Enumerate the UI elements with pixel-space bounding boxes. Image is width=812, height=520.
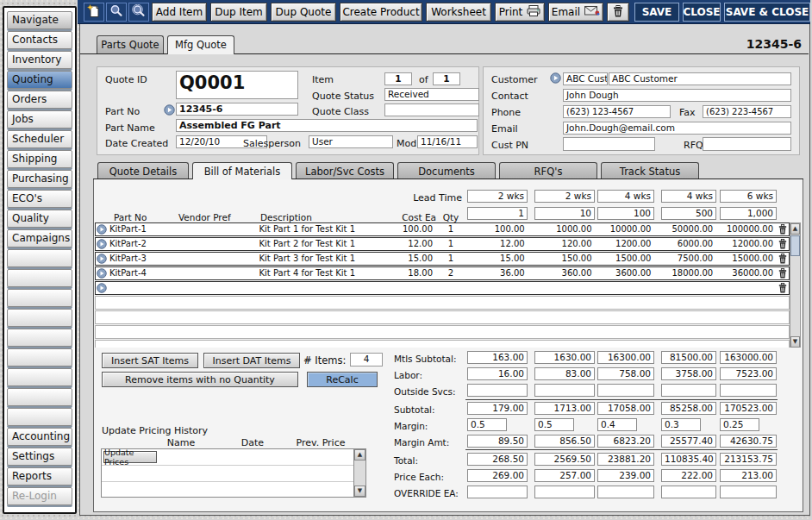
- item-count-field[interactable]: 1: [433, 72, 460, 85]
- email-address-field[interactable]: John.Dough@email.com: [563, 122, 791, 135]
- dup-quote-button[interactable]: Dup Quote: [271, 3, 336, 22]
- sidebar-item-shipping[interactable]: Shipping: [7, 150, 72, 168]
- table-row[interactable]: KitPart-3 Kit Part 3 for Test Kit 1 15.0…: [95, 252, 790, 266]
- scrollbar-thumb[interactable]: [790, 235, 800, 256]
- margin-field[interactable]: 0.5: [467, 418, 507, 431]
- sidebar-item-accounting[interactable]: Accounting: [7, 428, 72, 446]
- print-button[interactable]: Print: [495, 3, 545, 22]
- cell-description[interactable]: Kit Part 4 for Test Kit 1: [259, 267, 389, 279]
- cell-price-3[interactable]: 1200.00: [595, 238, 654, 250]
- cell-qty[interactable]: 1: [438, 253, 464, 265]
- lead-time-field-3[interactable]: 4 wks: [597, 190, 654, 203]
- cell-price-1[interactable]: 15.00: [464, 253, 528, 265]
- margin-field[interactable]: 0.4: [597, 418, 637, 431]
- override-ea-field[interactable]: [661, 486, 716, 498]
- lead-time-field-4[interactable]: 4 wks: [661, 190, 716, 203]
- cell-part-no[interactable]: KitPart-3: [108, 253, 180, 265]
- email-button[interactable]: Email: [548, 3, 603, 22]
- cell-cost-ea[interactable]: 18.00: [388, 267, 438, 279]
- delete-record-button[interactable]: [607, 3, 629, 22]
- cell-cost-ea[interactable]: 12.00: [388, 238, 438, 250]
- part-name-field[interactable]: Assembled FG Part: [176, 119, 478, 132]
- recalc-button[interactable]: ReCalc: [307, 372, 378, 387]
- part-no-field[interactable]: 12345-6: [176, 103, 298, 116]
- tab-track-status[interactable]: Track Status: [601, 162, 699, 179]
- quote-class-field[interactable]: [384, 103, 479, 116]
- cell-part-no[interactable]: KitPart-4: [108, 267, 180, 279]
- override-ea-field[interactable]: [597, 486, 654, 498]
- cell-qty[interactable]: 1: [438, 238, 464, 250]
- save-and-close-button[interactable]: SAVE & CLOSE: [724, 3, 810, 22]
- tab-bill-of-materials[interactable]: Bill of Materials: [192, 162, 292, 179]
- qty-break-field-4[interactable]: 500: [661, 207, 716, 220]
- tab-documents[interactable]: Documents: [397, 162, 496, 179]
- cell-description[interactable]: Kit Part 3 for Test Kit 1: [259, 253, 389, 265]
- sidebar-item-purchasing[interactable]: Purchasing: [7, 170, 72, 188]
- cell-price-3[interactable]: 1500.00: [595, 253, 654, 265]
- update-prices-button[interactable]: Update Prices: [103, 451, 157, 463]
- find-all-button[interactable]: [128, 3, 149, 22]
- customer-name-field[interactable]: ABC Customer: [609, 72, 791, 85]
- phone-field[interactable]: (623) 123-4567: [563, 105, 671, 118]
- cell-price-2[interactable]: 120.00: [528, 238, 595, 250]
- cell-cost-ea[interactable]: 15.00: [388, 253, 438, 265]
- cell-price-5[interactable]: 36000.00: [715, 267, 776, 279]
- scroll-down-icon[interactable]: ▼: [354, 486, 365, 497]
- create-product-button[interactable]: Create Product: [340, 3, 422, 22]
- scroll-up-icon[interactable]: ▲: [354, 449, 365, 460]
- override-ea-field[interactable]: [720, 486, 777, 498]
- tab-labor-svc-costs[interactable]: Labor/Svc Costs: [296, 162, 394, 179]
- tab-rfqs[interactable]: RFQ's: [499, 162, 597, 179]
- rfq-field[interactable]: [703, 137, 791, 151]
- save-button[interactable]: SAVE: [634, 3, 679, 22]
- find-button[interactable]: [106, 3, 127, 22]
- worksheet-button[interactable]: Worksheet: [426, 3, 491, 22]
- row-detail-arrow-icon[interactable]: [96, 239, 108, 249]
- num-items-field[interactable]: 4: [350, 353, 383, 367]
- sidebar-item-contacts[interactable]: Contacts: [7, 31, 72, 49]
- sidebar-item-relogin[interactable]: Re-Login: [7, 487, 72, 505]
- margin-field[interactable]: 0.3: [661, 418, 701, 431]
- close-button[interactable]: CLOSE: [683, 3, 721, 22]
- part-detail-arrow-icon[interactable]: [164, 104, 175, 118]
- history-row[interactable]: Update Prices: [102, 449, 365, 466]
- qty-break-field-3[interactable]: 100: [597, 207, 654, 220]
- tab-mfg-quote[interactable]: Mfg Quote: [167, 35, 234, 54]
- override-ea-field[interactable]: [467, 486, 528, 498]
- lead-time-field-2[interactable]: 2 wks: [534, 190, 595, 203]
- contact-field[interactable]: John Dough: [563, 89, 791, 102]
- qty-break-field-5[interactable]: 1,000: [720, 207, 777, 220]
- cell-part-no[interactable]: KitPart-2: [108, 238, 180, 250]
- cust-pn-field[interactable]: [563, 137, 655, 151]
- scroll-down-icon[interactable]: ▼: [790, 336, 800, 348]
- row-trash-icon[interactable]: [776, 239, 789, 249]
- cell-price-1[interactable]: 100.00: [464, 223, 528, 235]
- row-trash-icon[interactable]: [776, 268, 789, 279]
- salesperson-field[interactable]: User: [309, 135, 393, 148]
- margin-field[interactable]: 0.25: [720, 418, 759, 431]
- cell-price-4[interactable]: 7500.00: [653, 253, 715, 265]
- cell-price-5[interactable]: 12000.00: [715, 238, 776, 250]
- sidebar-item-scheduler[interactable]: Scheduler: [7, 130, 72, 148]
- row-trash-icon[interactable]: [776, 254, 789, 264]
- tab-quote-details[interactable]: Quote Details: [97, 162, 189, 179]
- sidebar-item-ecos[interactable]: ECO's: [7, 190, 72, 208]
- add-item-button[interactable]: Add Item: [152, 3, 207, 22]
- new-record-button[interactable]: [84, 3, 104, 22]
- customer-detail-arrow-icon[interactable]: [550, 72, 561, 86]
- cell-description[interactable]: Kit Part 2 for Test Kit 1: [259, 238, 389, 250]
- cell-part-no[interactable]: KitPart-1: [108, 223, 180, 235]
- cell-price-2[interactable]: 1000.00: [528, 223, 595, 235]
- sidebar-item-quoting[interactable]: Quoting: [7, 71, 72, 89]
- history-row[interactable]: [102, 482, 365, 498]
- dup-item-button[interactable]: Dup Item: [210, 3, 267, 22]
- insert-dat-items-button[interactable]: Insert DAT Items: [203, 353, 300, 368]
- qty-break-field-2[interactable]: 10: [534, 207, 595, 220]
- cell-price-5[interactable]: 100000.00: [715, 223, 776, 235]
- sidebar-item-settings[interactable]: Settings: [7, 448, 72, 466]
- table-row[interactable]: KitPart-1 Kit Part 1 for Test Kit 1 100.…: [95, 222, 790, 236]
- history-row[interactable]: [102, 466, 365, 482]
- cell-price-3[interactable]: 10000.00: [595, 223, 654, 235]
- table-row-empty[interactable]: [95, 281, 790, 295]
- sidebar-item-jobs[interactable]: Jobs: [7, 110, 72, 128]
